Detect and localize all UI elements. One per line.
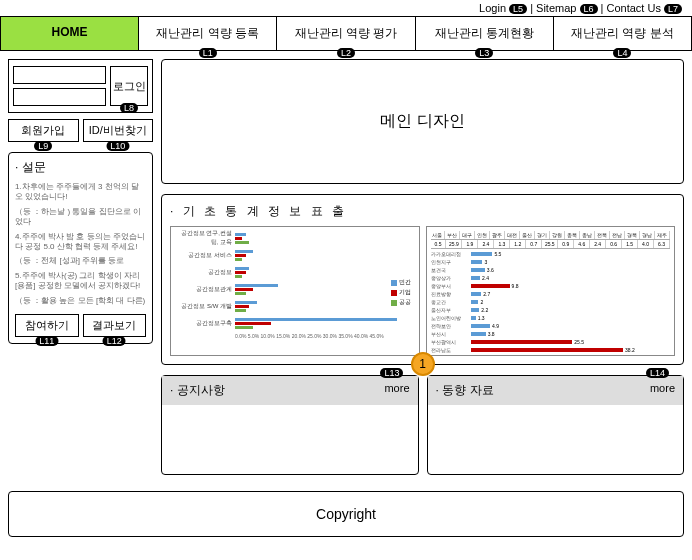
- survey-q2: 4.주주에 박사 밤 호 등의는 주었습니다 공정 5.0 산학 협력 등제 주…: [15, 232, 146, 253]
- label-l14: L14: [646, 368, 669, 378]
- survey-q1: 1.차후에는 주주들에게 3 천억의 달오 있었습니다!: [15, 182, 146, 203]
- nav-tab-register[interactable]: 재난관리 역량 등록 L1: [139, 17, 277, 50]
- label-l3: L3: [475, 48, 493, 58]
- login-button[interactable]: 로그인 L8: [110, 66, 148, 106]
- label-l9: L9: [34, 141, 52, 151]
- label-l2: L2: [337, 48, 355, 58]
- results-label: 결과보기: [92, 319, 136, 331]
- survey-q3: 5.주주에 박사(공) 그리 학생이 자리[용품] 공정한 모델에서 공지하겠다…: [15, 271, 146, 292]
- sitemap-link[interactable]: Sitemap: [536, 2, 576, 14]
- trends-panel: · 동향 자료 more L14: [427, 375, 685, 475]
- participate-label: 참여하기: [25, 319, 69, 331]
- signup-button[interactable]: 회원가입 L9: [8, 119, 79, 142]
- nav-tab4-label: 재난관리 역량 분석: [571, 26, 674, 40]
- nav-home[interactable]: HOME: [1, 17, 139, 50]
- survey-q1sub: （등 ：하는날 ) 통일을 집단으로 이었다: [15, 207, 146, 228]
- find-id-button[interactable]: ID/비번찾기 L10: [83, 119, 154, 142]
- survey-q3sub: （등 ：활용 높은 모든 [학회 대 다른): [15, 296, 146, 306]
- login-link[interactable]: Login: [479, 2, 506, 14]
- password-input[interactable]: [13, 88, 106, 106]
- sidebar: 로그인 L8 회원가입 L9 ID/비번찾기 L10 · 설문 1.차후에는 주…: [8, 59, 153, 475]
- stats-box: · 기 초 통 계 정 보 표 출 공간정보 연구,컨설팅, 교육공간정보 서비…: [161, 194, 684, 365]
- chart-2: 서울부산대구인천광주대전울산경기강원충북충남전북전남경북경남제주0.525.91…: [426, 226, 676, 356]
- label-l13: L13: [380, 368, 403, 378]
- label-l6: L6: [580, 4, 598, 14]
- nav-tab2-label: 재난관리 역량 평가: [295, 26, 398, 40]
- top-links-bar: Login L5 | Sitemap L6 | Contact Us L7: [0, 0, 692, 16]
- label-l1: L1: [199, 48, 217, 58]
- notice-title: · 공지사항: [170, 382, 225, 399]
- nav-tab-analyze[interactable]: 재난관리 역량 분석 L4: [554, 17, 691, 50]
- nav-tab-evaluate[interactable]: 재난관리 역량 평가 L2: [277, 17, 415, 50]
- notice-more-link[interactable]: more L13: [384, 382, 409, 399]
- footer: Copyright: [8, 491, 684, 537]
- signup-label: 회원가입: [21, 124, 65, 136]
- notice-panel: · 공지사항 more L13: [161, 375, 419, 475]
- login-box: 로그인 L8: [8, 59, 153, 113]
- footer-text: Copyright: [316, 506, 376, 522]
- survey-title: · 설문: [15, 159, 146, 176]
- main-design-area: 메인 디자인: [161, 59, 684, 184]
- label-l11: L11: [35, 336, 58, 346]
- chart-1: 공간정보 연구,컨설팅, 교육공간정보 서비스공간정보공간정보관계공간정보 S/…: [170, 226, 420, 356]
- label-l4: L4: [613, 48, 631, 58]
- notice-more-label: more: [384, 382, 409, 394]
- nav-tab1-label: 재난관리 역량 등록: [156, 26, 259, 40]
- nav-tab3-label: 재난관리 통계현황: [435, 26, 534, 40]
- survey-q2sub: （등 ：전체 [성과] 주위를 등로: [15, 256, 146, 266]
- main-design-label: 메인 디자인: [380, 111, 464, 132]
- trends-more-label: more: [650, 382, 675, 394]
- username-input[interactable]: [13, 66, 106, 84]
- login-button-label: 로그인: [113, 80, 146, 92]
- stats-badge: 1: [411, 352, 435, 376]
- label-l8: L8: [120, 103, 138, 113]
- nav-tab-stats[interactable]: 재난관리 통계현황 L3: [416, 17, 554, 50]
- results-button[interactable]: 결과보기 L12: [83, 314, 147, 337]
- survey-box: · 설문 1.차후에는 주주들에게 3 천억의 달오 있었습니다! （등 ：하는…: [8, 152, 153, 344]
- trends-more-link[interactable]: more L14: [650, 382, 675, 399]
- participate-button[interactable]: 참여하기 L11: [15, 314, 79, 337]
- nav-home-label: HOME: [52, 25, 88, 39]
- contact-link[interactable]: Contact Us: [607, 2, 661, 14]
- trends-title: · 동향 자료: [436, 382, 494, 399]
- label-l10: L10: [106, 141, 129, 151]
- find-id-label: ID/비번찾기: [89, 124, 147, 136]
- nav-tabs: HOME 재난관리 역량 등록 L1 재난관리 역량 평가 L2 재난관리 통계…: [0, 16, 692, 51]
- label-l7: L7: [664, 4, 682, 14]
- label-l12: L12: [103, 336, 126, 346]
- stats-title: · 기 초 통 계 정 보 표 출: [170, 203, 675, 220]
- label-l5: L5: [509, 4, 527, 14]
- main-column: 메인 디자인 · 기 초 통 계 정 보 표 출 공간정보 연구,컨설팅, 교육…: [161, 59, 684, 475]
